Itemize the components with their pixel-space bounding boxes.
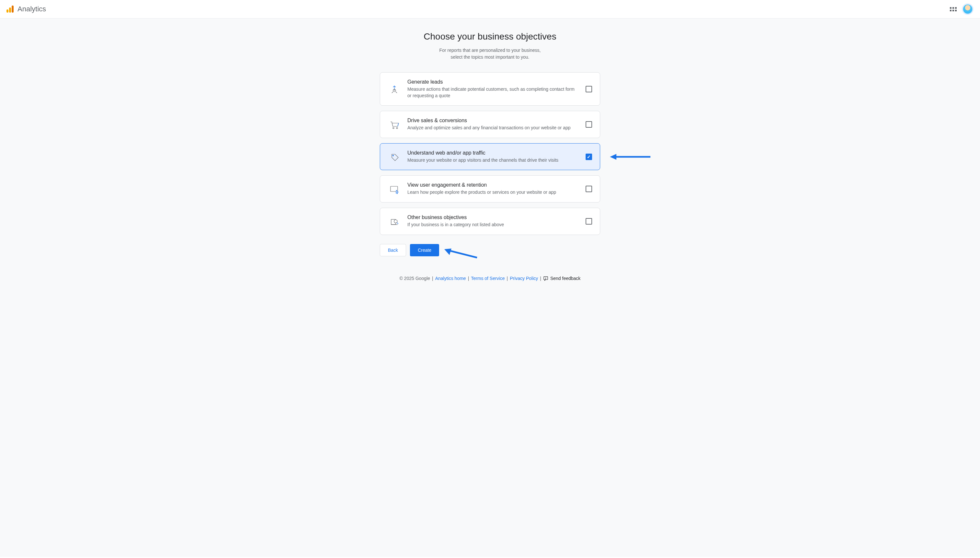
objective-understand-traffic[interactable]: Understand web and/or app traffic Measur…: [380, 143, 600, 171]
svg-point-16: [545, 279, 546, 279]
leads-icon: [388, 83, 401, 95]
objective-description: Analyze and optimize sales and any finan…: [407, 125, 579, 131]
main-content: Choose your business objectives For repo…: [0, 18, 980, 557]
page-title: Choose your business objectives: [380, 31, 600, 42]
privacy-link[interactable]: Privacy Policy: [510, 276, 538, 281]
svg-point-3: [396, 127, 398, 129]
header-right: [950, 3, 973, 15]
svg-point-1: [394, 89, 395, 90]
svg-line-11: [397, 223, 398, 224]
screen-cursor-icon: [388, 182, 401, 195]
objective-checkbox[interactable]: [586, 121, 592, 128]
copyright-text: © 2025 Google: [400, 276, 430, 281]
feedback-icon: [543, 276, 548, 281]
objective-generate-leads[interactable]: Generate leads Measure actions that indi…: [380, 72, 600, 106]
objective-other[interactable]: Other business objectives If your busine…: [380, 208, 600, 235]
objective-description: If your business is in a category not li…: [407, 222, 579, 228]
app-header: Analytics: [0, 0, 980, 18]
objective-checkbox[interactable]: [586, 218, 592, 225]
objective-title: Understand web and/or app traffic: [407, 150, 579, 156]
tag-icon: [388, 150, 401, 163]
objective-title: Drive sales & conversions: [407, 118, 579, 123]
svg-point-10: [394, 220, 397, 223]
apps-grid-icon[interactable]: [950, 7, 957, 11]
annotation-arrow-icon: [610, 152, 652, 162]
objective-drive-sales[interactable]: Drive sales & conversions Analyze and op…: [380, 111, 600, 138]
terms-link[interactable]: Terms of Service: [471, 276, 505, 281]
objective-description: Measure your website or app visitors and…: [407, 157, 579, 164]
svg-marker-6: [610, 154, 616, 160]
objectives-list: Generate leads Measure actions that indi…: [380, 72, 600, 235]
svg-point-4: [392, 155, 394, 156]
analytics-home-link[interactable]: Analytics home: [435, 276, 466, 281]
analytics-logo-icon: [7, 5, 14, 13]
objective-title: Other business objectives: [407, 215, 579, 220]
objective-checkbox[interactable]: ✓: [586, 154, 592, 160]
objective-checkbox[interactable]: [586, 86, 592, 92]
objective-description: Learn how people explore the products or…: [407, 189, 579, 196]
page-footer: © 2025 Google | Analytics home | Terms o…: [380, 276, 600, 281]
product-name: Analytics: [18, 5, 46, 13]
objective-title: Generate leads: [407, 79, 579, 85]
checkmark-icon: ✓: [587, 154, 591, 159]
create-button[interactable]: Create: [410, 244, 439, 256]
cart-icon: [388, 118, 401, 131]
send-feedback-button[interactable]: Send feedback: [543, 276, 580, 281]
objective-checkbox[interactable]: [586, 185, 592, 192]
user-avatar[interactable]: [962, 3, 973, 15]
svg-point-2: [393, 127, 394, 129]
header-left: Analytics: [7, 5, 46, 13]
objective-user-engagement[interactable]: View user engagement & retention Learn h…: [380, 175, 600, 202]
search-building-icon: [388, 215, 401, 228]
objective-title: View user engagement & retention: [407, 182, 579, 188]
objective-description: Measure actions that indicate potential …: [407, 86, 579, 99]
action-buttons: Back Create: [380, 244, 600, 256]
back-button[interactable]: Back: [380, 244, 406, 256]
page-subtitle: For reports that are personalized to you…: [380, 47, 600, 61]
